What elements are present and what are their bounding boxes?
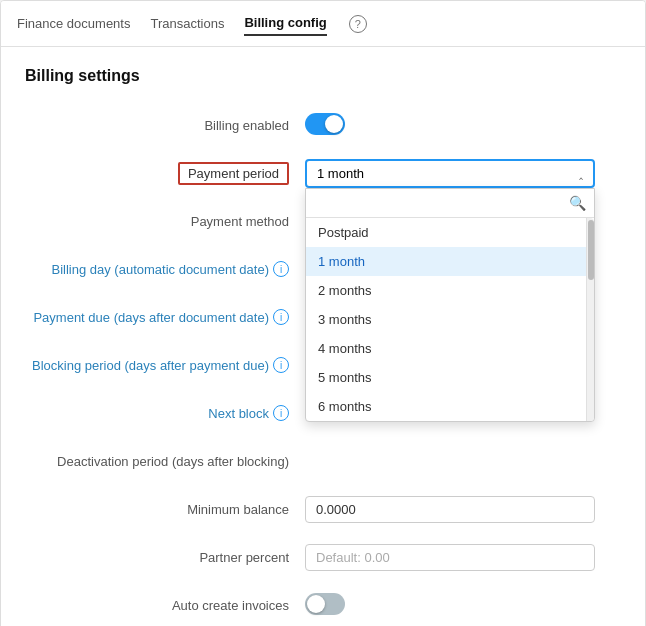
next-block-label: Next block i: [25, 405, 305, 421]
payment-period-dropdown-panel: 🔍 Postpaid 1 month 2 months 3 months 4 m…: [305, 188, 595, 422]
billing-enabled-toggle[interactable]: [305, 113, 345, 135]
search-icon: 🔍: [569, 195, 586, 211]
chevron-up-icon: ‸: [579, 166, 583, 180]
dropdown-item-1month[interactable]: 1 month: [306, 247, 586, 276]
auto-create-invoices-toggle[interactable]: [305, 593, 345, 615]
dropdown-item-3months[interactable]: 3 months: [306, 305, 586, 334]
deactivation-period-row: Deactivation period (days after blocking…: [25, 445, 621, 477]
auto-create-invoices-label: Auto create invoices: [25, 598, 305, 613]
partner-percent-input[interactable]: [305, 544, 595, 571]
billing-enabled-control: [305, 113, 621, 138]
payment-period-control: 1 month ‸ 🔍 Postpaid 1 month: [305, 159, 621, 188]
partner-percent-control: [305, 544, 621, 571]
billing-day-info-icon[interactable]: i: [273, 261, 289, 277]
dropdown-list: Postpaid 1 month 2 months 3 months 4 mon…: [306, 218, 594, 421]
dropdown-list-inner: Postpaid 1 month 2 months 3 months 4 mon…: [306, 218, 586, 421]
payment-period-value: 1 month: [317, 166, 364, 181]
auto-create-invoices-row: Auto create invoices: [25, 589, 621, 621]
billing-day-label: Billing day (automatic document date) i: [25, 261, 305, 277]
minimum-balance-row: Minimum balance: [25, 493, 621, 525]
billing-enabled-row: Billing enabled: [25, 109, 621, 141]
payment-period-label-wrapper: Payment period: [25, 162, 305, 185]
nav-finance-documents[interactable]: Finance documents: [17, 12, 130, 35]
dropdown-scrollbar[interactable]: [586, 218, 594, 421]
toggle-knob: [325, 115, 343, 133]
page-title: Billing settings: [25, 67, 621, 85]
dropdown-item-6months[interactable]: 6 months: [306, 392, 586, 421]
payment-due-info-icon[interactable]: i: [273, 309, 289, 325]
auto-create-invoices-control: [305, 593, 621, 618]
blocking-period-label: Blocking period (days after payment due)…: [25, 357, 305, 373]
payment-period-dropdown-trigger[interactable]: 1 month ‸: [305, 159, 595, 188]
payment-method-label: Payment method: [25, 214, 305, 229]
dropdown-search-input[interactable]: [314, 195, 563, 210]
payment-due-label: Payment due (days after document date) i: [25, 309, 305, 325]
auto-create-toggle-knob: [307, 595, 325, 613]
partner-percent-label: Partner percent: [25, 550, 305, 565]
next-block-info-icon[interactable]: i: [273, 405, 289, 421]
deactivation-period-label: Deactivation period (days after blocking…: [25, 454, 305, 469]
scrollbar-thumb: [588, 220, 594, 280]
minimum-balance-control: [305, 496, 621, 523]
dropdown-item-4months[interactable]: 4 months: [306, 334, 586, 363]
payment-period-dropdown-container: 1 month ‸ 🔍 Postpaid 1 month: [305, 159, 595, 188]
payment-period-row: Payment period 1 month ‸ 🔍: [25, 157, 621, 189]
billing-enabled-label: Billing enabled: [25, 118, 305, 133]
partner-percent-row: Partner percent: [25, 541, 621, 573]
dropdown-item-5months[interactable]: 5 months: [306, 363, 586, 392]
app-window: Finance documents Transactions Billing c…: [0, 0, 646, 626]
minimum-balance-label: Minimum balance: [25, 502, 305, 517]
payment-period-label: Payment period: [178, 162, 289, 185]
dropdown-search-row: 🔍: [306, 189, 594, 218]
help-icon[interactable]: ?: [349, 15, 367, 33]
nav-transactions[interactable]: Transactions: [150, 12, 224, 35]
main-content: Billing settings Billing enabled Payment…: [1, 47, 645, 626]
dropdown-item-2months[interactable]: 2 months: [306, 276, 586, 305]
nav-billing-config[interactable]: Billing config: [244, 11, 326, 36]
blocking-period-info-icon[interactable]: i: [273, 357, 289, 373]
minimum-balance-input[interactable]: [305, 496, 595, 523]
top-nav: Finance documents Transactions Billing c…: [1, 1, 645, 47]
dropdown-item-postpaid[interactable]: Postpaid: [306, 218, 586, 247]
